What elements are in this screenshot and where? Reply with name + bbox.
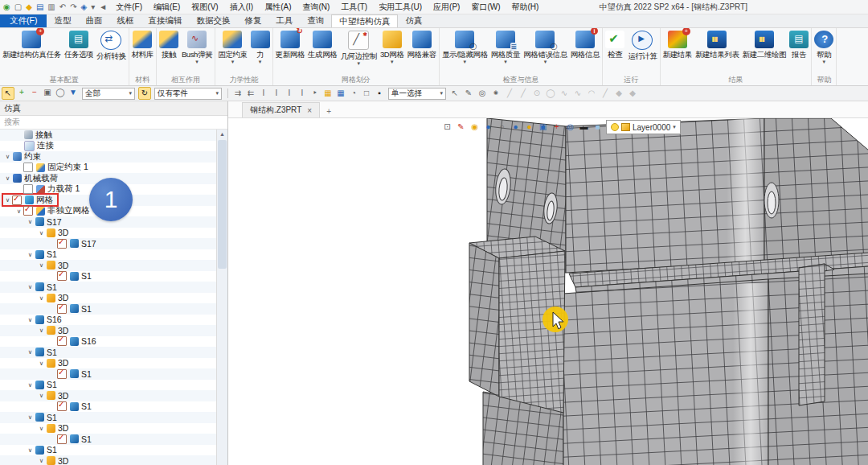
toolbar-icon[interactable]: ↖: [2, 87, 14, 100]
expand-arrow-icon[interactable]: ∨: [37, 229, 46, 237]
ribbon-button[interactable]: 新建结构仿真任务: [1, 29, 63, 59]
search-input[interactable]: 搜索: [0, 116, 227, 130]
close-icon[interactable]: ×: [307, 106, 312, 115]
quick-access-icon[interactable]: ▤: [36, 3, 43, 11]
toolbar-icon[interactable]: ⇇: [245, 88, 256, 99]
toolbar-icon[interactable]: ∿: [572, 88, 583, 99]
visibility-checkbox[interactable]: [57, 336, 67, 346]
layer-dropdown[interactable]: Layer0000 ▾: [606, 120, 681, 134]
ribbon-tab[interactable]: 直接编辑: [141, 14, 189, 27]
ribbon-button[interactable]: 帮助 ▾: [813, 29, 835, 64]
ribbon-tab[interactable]: 修复: [237, 14, 268, 27]
tree-item[interactable]: S1: [0, 434, 217, 445]
ribbon-tab[interactable]: 工具: [268, 14, 300, 27]
toolbar-icon[interactable]: I: [258, 88, 269, 99]
tree-item[interactable]: ∨ 3D: [0, 423, 217, 434]
visibility-checkbox[interactable]: [57, 271, 67, 281]
visibility-checkbox[interactable]: [57, 239, 67, 249]
ribbon-button[interactable]: 材料库: [130, 29, 155, 59]
ribbon-tab[interactable]: 查询: [300, 14, 331, 27]
toolbar-icon[interactable]: ↖: [449, 88, 461, 99]
chevron-down-icon[interactable]: ▾: [464, 59, 467, 64]
visibility-checkbox[interactable]: [57, 304, 67, 314]
toolbar-icon[interactable]: ◔: [348, 88, 359, 99]
expand-arrow-icon[interactable]: ∨: [26, 381, 35, 389]
expand-arrow-icon[interactable]: ∨: [37, 457, 46, 464]
viewport-tool-icon[interactable]: ✎: [456, 121, 466, 133]
toolbar-icon[interactable]: ▦: [322, 88, 334, 99]
toolbar-icon[interactable]: ⁕: [490, 88, 502, 99]
expand-arrow-icon[interactable]: ∨: [26, 316, 35, 323]
toolbar-icon[interactable]: ▣: [42, 87, 53, 98]
visibility-checkbox[interactable]: [23, 184, 33, 194]
tree-item[interactable]: 接触: [0, 130, 217, 141]
tree-item[interactable]: S17: [0, 238, 217, 249]
ribbon-button[interactable]: 几何边控制 ▾: [338, 29, 379, 66]
chevron-down-icon[interactable]: ▾: [195, 59, 199, 64]
ribbon-tab[interactable]: 曲面: [78, 14, 109, 27]
tree-item[interactable]: ∨ S16: [0, 315, 217, 326]
toolbar-icon[interactable]: ▼: [68, 87, 79, 98]
visibility-checkbox[interactable]: [57, 369, 67, 379]
tree-item[interactable]: ∨ S1: [0, 249, 217, 261]
scrollbar-thumb[interactable]: [218, 140, 227, 269]
tree-item[interactable]: ∨ S1: [0, 412, 217, 423]
chevron-down-icon[interactable]: ▾: [357, 60, 360, 66]
expand-arrow-icon[interactable]: ∨: [26, 414, 35, 421]
refresh-icon[interactable]: ↻: [138, 87, 151, 100]
toolbar-icon[interactable]: I: [284, 88, 295, 99]
viewport-tool-icon[interactable]: ■: [592, 121, 603, 133]
ribbon-button[interactable]: 新建二维绘图: [741, 29, 788, 59]
toolbar-icon[interactable]: □: [361, 88, 372, 99]
quick-access-icon[interactable]: ◆: [26, 3, 32, 11]
menu-item[interactable]: 插入(I): [224, 1, 259, 14]
menu-item[interactable]: 工具(T): [335, 1, 373, 14]
toolbar-icon[interactable]: ⊙: [531, 88, 542, 99]
quick-access-icon[interactable]: ▾: [91, 3, 95, 11]
tree-item[interactable]: ∨ 3D: [0, 455, 217, 465]
ribbon-button[interactable]: 3D网格 ▾: [379, 29, 406, 64]
mesh-model[interactable]: [228, 118, 868, 465]
visibility-checkbox[interactable]: [57, 401, 67, 411]
document-tab[interactable]: 钢结构.Z3PRT ×: [242, 102, 320, 117]
ribbon-button[interactable]: 网格信息: [569, 29, 601, 59]
tree-item[interactable]: ∨ S1: [0, 445, 217, 456]
expand-arrow-icon[interactable]: ∨: [3, 196, 12, 204]
viewport-tool-icon[interactable]: ▬: [579, 121, 589, 133]
toolbar-icon[interactable]: −: [29, 87, 40, 98]
viewport-tool-icon[interactable]: ●: [483, 121, 493, 133]
tree-item[interactable]: S1: [0, 401, 217, 413]
new-tab-button[interactable]: +: [320, 105, 338, 117]
tree-item[interactable]: ∨ 3D: [0, 228, 217, 239]
tree-item[interactable]: ∨ 3D: [0, 390, 217, 401]
tree-item[interactable]: ∨ 3D: [0, 325, 217, 336]
toolbar-icon[interactable]: ◯: [545, 88, 556, 99]
menu-item[interactable]: 帮助(H): [506, 1, 545, 14]
tree-item[interactable]: ∨ S1: [0, 347, 217, 358]
tree-item[interactable]: ∨ 3D: [0, 293, 217, 304]
quick-access-icon[interactable]: ▥: [47, 3, 55, 11]
expand-arrow-icon[interactable]: ∨: [26, 251, 35, 258]
expand-arrow-icon[interactable]: ∨: [26, 348, 35, 356]
ribbon-button[interactable]: 接触: [158, 29, 180, 59]
toolbar-icon[interactable]: ▦: [335, 88, 346, 99]
menu-item[interactable]: 查询(N): [297, 1, 335, 14]
tree-item[interactable]: S1: [0, 368, 217, 380]
ribbon-button[interactable]: 显示/隐藏网格 ▾: [440, 29, 489, 64]
chevron-down-icon[interactable]: ▾: [391, 59, 394, 64]
ribbon-button[interactable]: 报告: [788, 29, 810, 59]
toolbar-icon[interactable]: ╱: [600, 88, 611, 99]
tree-item[interactable]: 连接: [0, 141, 217, 152]
viewport-tool-icon[interactable]: ●: [524, 121, 534, 133]
ribbon-button[interactable]: 分析转换: [95, 29, 127, 60]
chevron-down-icon[interactable]: ▾: [231, 59, 235, 64]
viewport-tool-icon[interactable]: +: [551, 121, 562, 133]
ribbon-tab[interactable]: 线框: [109, 14, 141, 27]
toolbar-icon[interactable]: ‣: [309, 88, 321, 99]
quick-access-icon[interactable]: ▢: [14, 3, 22, 11]
expand-arrow-icon[interactable]: ∨: [26, 446, 35, 454]
menu-item[interactable]: 应用(P): [428, 1, 465, 14]
toolbar-icon[interactable]: ∿: [559, 88, 570, 99]
ribbon-tab[interactable]: 仿真: [398, 14, 429, 27]
viewport-tool-icon[interactable]: ◎: [565, 121, 575, 133]
